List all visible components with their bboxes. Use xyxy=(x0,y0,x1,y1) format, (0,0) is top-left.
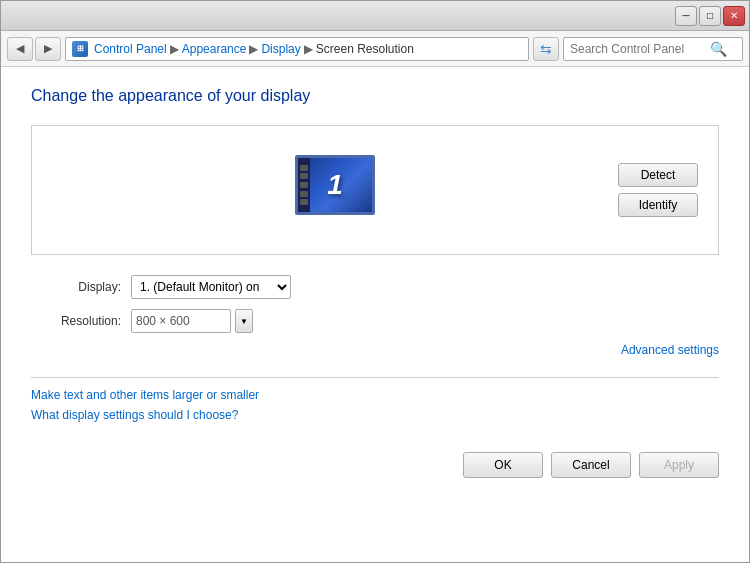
resolution-row: Resolution: ▼ xyxy=(31,309,719,333)
resolution-label: Resolution: xyxy=(31,314,121,328)
resolution-control: ▼ xyxy=(131,309,253,333)
address-bar: ◀ ▶ ⊞ Control Panel ▶ Appearance ▶ Displ… xyxy=(1,31,749,67)
forward-button[interactable]: ▶ xyxy=(35,37,61,61)
advanced-settings-link[interactable]: Advanced settings xyxy=(31,343,719,357)
divider xyxy=(31,377,719,378)
breadcrumb-control-panel[interactable]: Control Panel xyxy=(94,42,167,56)
nav-buttons: ◀ ▶ xyxy=(7,37,61,61)
breadcrumb: ⊞ Control Panel ▶ Appearance ▶ Display ▶… xyxy=(65,37,529,61)
resolution-input[interactable] xyxy=(131,309,231,333)
monitor-icon: 1 xyxy=(295,155,375,225)
help-link-text-size[interactable]: Make text and other items larger or smal… xyxy=(31,388,719,402)
breadcrumb-current: Screen Resolution xyxy=(316,42,414,56)
monitor-preview: 1 xyxy=(52,155,618,225)
back-button[interactable]: ◀ xyxy=(7,37,33,61)
help-links: Make text and other items larger or smal… xyxy=(31,388,719,422)
title-bar: ─ □ ✕ xyxy=(1,1,749,31)
footer-buttons: OK Cancel Apply xyxy=(31,442,719,488)
resolution-dropdown-button[interactable]: ▼ xyxy=(235,309,253,333)
minimize-button[interactable]: ─ xyxy=(675,6,697,26)
display-label: Display: xyxy=(31,280,121,294)
display-select[interactable]: 1. (Default Monitor) on xyxy=(131,275,291,299)
display-row: Display: 1. (Default Monitor) on xyxy=(31,275,719,299)
monitor-number: 1 xyxy=(327,169,343,201)
close-button[interactable]: ✕ xyxy=(723,6,745,26)
breadcrumb-display[interactable]: Display xyxy=(261,42,300,56)
breadcrumb-appearance[interactable]: Appearance xyxy=(182,42,247,56)
identify-button[interactable]: Identify xyxy=(618,193,698,217)
main-content: Change the appearance of your display 1 xyxy=(1,67,749,562)
window: ─ □ ✕ ◀ ▶ ⊞ Control Panel ▶ Appearance ▶… xyxy=(0,0,750,563)
display-control[interactable]: 1. (Default Monitor) on xyxy=(131,275,291,299)
settings-section: Display: 1. (Default Monitor) on Resolut… xyxy=(31,275,719,333)
title-bar-buttons: ─ □ ✕ xyxy=(675,6,745,26)
cancel-button[interactable]: Cancel xyxy=(551,452,631,478)
help-link-display-settings[interactable]: What display settings should I choose? xyxy=(31,408,719,422)
control-panel-icon: ⊞ xyxy=(72,41,88,57)
ok-button[interactable]: OK xyxy=(463,452,543,478)
apply-button[interactable]: Apply xyxy=(639,452,719,478)
refresh-button[interactable]: ⇆ xyxy=(533,37,559,61)
maximize-button[interactable]: □ xyxy=(699,6,721,26)
monitor-control-buttons: Detect Identify xyxy=(618,163,698,217)
monitor-preview-area: 1 Detect Identify xyxy=(31,125,719,255)
monitor-screen: 1 xyxy=(295,155,375,215)
film-strip xyxy=(298,158,310,212)
search-bar[interactable]: 🔍 xyxy=(563,37,743,61)
detect-button[interactable]: Detect xyxy=(618,163,698,187)
search-input[interactable] xyxy=(570,42,710,56)
page-title: Change the appearance of your display xyxy=(31,87,719,105)
search-icon[interactable]: 🔍 xyxy=(710,41,727,57)
